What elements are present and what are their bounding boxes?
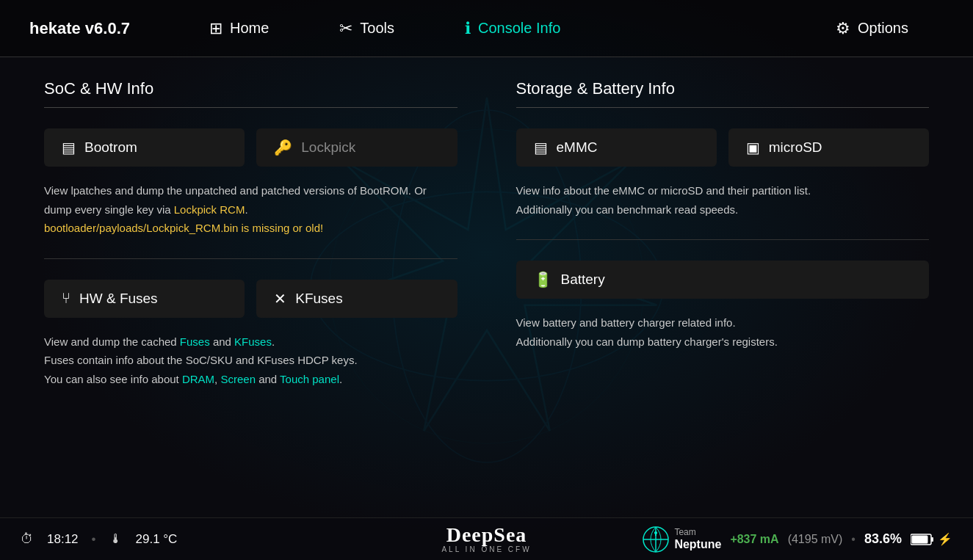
lockpick-button[interactable]: 🔑 Lockpick: [256, 128, 457, 167]
battery-desc-text: View battery and battery charger related…: [516, 316, 778, 348]
team-name-block: Team Neptune: [674, 527, 721, 552]
bootrom-label: Bootrom: [84, 139, 137, 156]
footer-ma-value: +837 mA: [730, 533, 778, 546]
desc2-line3-pre: You can also see info about: [44, 373, 182, 385]
microsd-icon: ▣: [746, 139, 760, 156]
microsd-label: microSD: [769, 139, 822, 156]
desc2-mid1: and: [210, 335, 234, 348]
footer-logo-sub: All In One CFW: [441, 545, 531, 553]
desc2-end: .: [339, 373, 342, 385]
soc-panel-title: SoC & HW Info: [44, 79, 457, 108]
bootrom-description: View lpatches and dump the unpatched and…: [44, 181, 457, 238]
divider-1: [44, 258, 457, 259]
soc-btn-row-1: ▤ Bootrom 🔑 Lockpick: [44, 128, 457, 167]
svg-rect-11: [931, 537, 933, 542]
dram-link[interactable]: DRAM: [182, 373, 214, 385]
home-icon: ⊞: [209, 19, 223, 38]
footer-temp: 29.1 °C: [136, 532, 178, 547]
bootrom-button[interactable]: ▤ Bootrom: [44, 128, 245, 167]
desc2-line2: Fuses contain info about the SoC/SKU and…: [44, 354, 358, 366]
nav-options-label: Options: [858, 20, 908, 37]
team-line1: Team: [674, 527, 721, 537]
kfuses-label: KFuses: [295, 291, 342, 307]
fuses-link[interactable]: Fuses: [180, 335, 210, 348]
battery-description: View battery and battery charger related…: [516, 313, 930, 351]
lockpick-label: Lockpick: [301, 139, 355, 156]
footer-logo: DeepSea All In One CFW: [441, 525, 531, 553]
storage-battery-panel: Storage & Battery Info ▤ eMMC ▣ microSD …: [516, 79, 930, 388]
footer-dot1: •: [92, 532, 96, 547]
nav-tools[interactable]: ✂ Tools: [304, 0, 430, 57]
neptune-logo-icon: [642, 526, 670, 553]
team-line2: Neptune: [674, 537, 721, 551]
battery-label: Battery: [561, 272, 605, 288]
battery-button[interactable]: 🔋 Battery: [516, 261, 930, 299]
divider-2: [516, 239, 930, 240]
emmc-label: eMMC: [557, 139, 598, 156]
touch-panel-link[interactable]: Touch panel: [280, 373, 339, 385]
options-icon: ⚙: [836, 19, 850, 38]
hw-fuses-button[interactable]: ⑂ HW & Fuses: [44, 280, 245, 318]
brand-title: hekate v6.0.7: [29, 19, 130, 38]
header: hekate v6.0.7 ⊞ Home ✂ Tools ℹ Console I…: [0, 0, 973, 57]
kfuses-button[interactable]: ✕ KFuses: [256, 280, 457, 318]
lockpick-icon: 🔑: [274, 139, 292, 156]
battery-level-icon: [911, 534, 934, 545]
soc-btn-row-2: ⑂ HW & Fuses ✕ KFuses: [44, 280, 457, 318]
bootrom-icon: ▤: [62, 139, 76, 156]
storage-desc-text: View info about the eMMC or microSD and …: [516, 184, 811, 216]
footer-logo-main: DeepSea: [446, 525, 527, 545]
nav-tools-label: Tools: [360, 20, 394, 37]
main-content: SoC & HW Info ▤ Bootrom 🔑 Lockpick View …: [0, 57, 973, 410]
desc2-and: and: [256, 373, 280, 385]
footer: ⏱ 18:12 • 🌡 29.1 °C DeepSea All In One C…: [0, 517, 973, 560]
footer-time: 18:12: [47, 532, 79, 547]
microsd-button[interactable]: ▣ microSD: [728, 128, 929, 167]
lockpick-rcm-link[interactable]: Lockpick RCM: [174, 203, 245, 216]
hw-fuses-label: HW & Fuses: [79, 291, 158, 307]
desc2-mid2: .: [272, 335, 275, 348]
nav-home-label: Home: [230, 20, 269, 37]
footer-dot2: •: [851, 533, 856, 546]
desc2-pre: View and dump the cached: [44, 335, 180, 348]
nav-home[interactable]: ⊞ Home: [174, 0, 304, 57]
console-info-icon: ℹ: [465, 19, 471, 38]
kfuses-icon: ✕: [274, 290, 286, 308]
tools-icon: ✂: [339, 19, 352, 38]
footer-battery-pct: 83.6%: [864, 531, 902, 547]
temp-icon: 🌡: [109, 531, 123, 547]
nav-options[interactable]: ⚙ Options: [800, 0, 944, 57]
nav-console-info[interactable]: ℹ Console Info: [430, 0, 596, 57]
hw-fuses-icon: ⑂: [62, 290, 70, 307]
screen-link[interactable]: Screen: [220, 373, 256, 385]
footer-right: Team Neptune +837 mA (4195 mV) • 83.6% ⚡: [642, 526, 952, 553]
svg-rect-12: [912, 535, 928, 543]
emmc-icon: ▤: [534, 139, 548, 156]
storage-description: View info about the eMMC or microSD and …: [516, 181, 930, 219]
charging-bolt-icon: ⚡: [938, 532, 952, 546]
kfuses-link[interactable]: KFuses: [234, 335, 272, 348]
battery-icon-area: ⚡: [911, 532, 952, 546]
footer-left: ⏱ 18:12 • 🌡 29.1 °C: [21, 531, 177, 547]
footer-mv-value: (4195 mV): [788, 533, 843, 546]
storage-btn-row-2: 🔋 Battery: [516, 261, 930, 299]
lockpick-warning: bootloader/payloads/Lockpick_RCM.bin is …: [44, 222, 323, 234]
emmc-button[interactable]: ▤ eMMC: [516, 128, 717, 167]
soc-hw-panel: SoC & HW Info ▤ Bootrom 🔑 Lockpick View …: [44, 79, 457, 388]
battery-btn-icon: 🔋: [534, 271, 552, 288]
desc1-dot: .: [245, 203, 247, 216]
clock-icon: ⏱: [21, 531, 34, 547]
nav-bar: ⊞ Home ✂ Tools ℹ Console Info ⚙ Options: [174, 0, 944, 57]
fuses-description: View and dump the cached Fuses and KFuse…: [44, 332, 457, 389]
storage-btn-row-1: ▤ eMMC ▣ microSD: [516, 128, 930, 167]
storage-panel-title: Storage & Battery Info: [516, 79, 930, 108]
team-neptune: Team Neptune: [642, 526, 721, 553]
nav-console-info-label: Console Info: [478, 20, 560, 37]
